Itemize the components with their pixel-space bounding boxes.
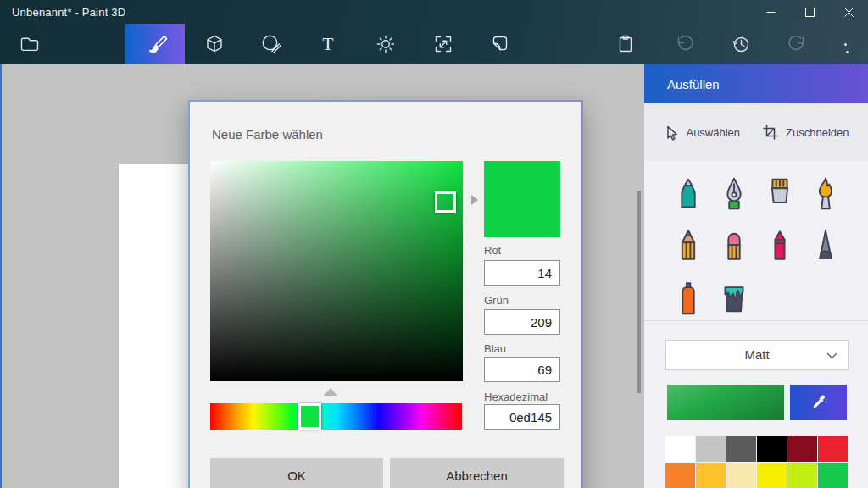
calligraphy-pen-icon: [715, 175, 754, 214]
fill-bucket-icon: [715, 280, 754, 319]
hue-slider[interactable]: [210, 403, 462, 430]
palette-swatch[interactable]: [757, 436, 787, 462]
hex-label: Hexadezimal: [484, 391, 548, 403]
undo-icon: [672, 33, 694, 55]
palette-swatch[interactable]: [696, 463, 726, 488]
green-label: Grün: [484, 294, 509, 307]
crop-label: Zuschneiden: [786, 126, 849, 139]
window-accent-border: [0, 64, 2, 488]
sb-picker-marker[interactable]: [435, 191, 456, 213]
titlebar: Unbenannt* - Paint 3D: [0, 0, 868, 24]
tool-spray-can[interactable]: [665, 273, 711, 325]
current-color-swatch[interactable]: [667, 385, 784, 420]
panel-title: Ausfüllen: [667, 77, 720, 92]
tool-pixel-pen[interactable]: [803, 220, 849, 273]
ok-button[interactable]: OK: [210, 458, 383, 488]
shapes-pencil-icon: [260, 33, 282, 55]
paste-button[interactable]: [607, 24, 644, 64]
redo-icon: [787, 33, 809, 55]
eyedropper-icon: [810, 393, 828, 412]
select-button[interactable]: Auswählen: [663, 125, 740, 141]
canvas-button[interactable]: [425, 24, 462, 64]
sticker-icon: [489, 33, 511, 55]
3d-cube-icon: [203, 33, 225, 55]
more-button[interactable]: [826, 24, 864, 64]
window-title: Unbenannt* - Paint 3D: [12, 6, 125, 19]
undo-button[interactable]: [665, 24, 702, 64]
pixel-pen-icon: [806, 227, 845, 266]
brush-tool-button[interactable]: [125, 24, 185, 64]
vertical-scrollbar[interactable]: [637, 191, 641, 393]
window-controls: [751, 0, 868, 24]
text-tool-button[interactable]: T: [309, 24, 347, 64]
red-input[interactable]: [484, 260, 560, 286]
hue-slider-marker[interactable]: [298, 403, 321, 430]
sun-icon: [375, 33, 397, 55]
palette-swatch[interactable]: [757, 463, 787, 488]
2d-shapes-button[interactable]: [253, 24, 290, 64]
spray-can-icon: [669, 280, 708, 319]
current-color-row: [644, 385, 868, 420]
minimize-icon: [766, 8, 776, 17]
redo-button[interactable]: [779, 24, 816, 64]
tool-flat-brush[interactable]: [757, 168, 803, 220]
folder-icon: [19, 33, 41, 55]
palette-swatch[interactable]: [726, 463, 756, 488]
history-button[interactable]: [722, 24, 760, 64]
select-cursor-icon: [663, 125, 679, 141]
3d-shapes-button[interactable]: [196, 24, 233, 64]
finish-dropdown[interactable]: Matt: [665, 340, 849, 370]
panel-actions: Auswählen Zuschneiden: [644, 103, 868, 161]
panel-header: Ausfüllen: [644, 64, 868, 103]
palette-swatch[interactable]: [818, 463, 848, 488]
maximize-button[interactable]: [790, 0, 829, 24]
blue-input[interactable]: [484, 357, 560, 382]
paint3d-window: Unbenannt* - Paint 3D: [0, 0, 868, 488]
tool-crayon[interactable]: [757, 220, 803, 273]
tool-marker[interactable]: [665, 168, 711, 220]
pencil-icon: [669, 227, 708, 266]
crop-button[interactable]: Zuschneiden: [762, 124, 849, 141]
palette-swatch[interactable]: [665, 436, 695, 462]
green-input[interactable]: [484, 309, 560, 335]
palette-swatch[interactable]: [696, 436, 726, 462]
workspace: Ausfüllen Auswählen Zuschneiden: [0, 64, 868, 488]
stickers-button[interactable]: [481, 24, 519, 64]
saturation-brightness-picker[interactable]: [210, 161, 463, 381]
color-palette: [665, 436, 848, 488]
marker-icon: [669, 175, 708, 214]
blue-label: Blau: [484, 342, 506, 355]
palette-swatch[interactable]: [665, 463, 695, 488]
side-panel: Ausfüllen Auswählen Zuschneiden: [644, 64, 868, 488]
close-button[interactable]: [829, 0, 868, 24]
dialog-buttons: OK Abbrechen: [210, 458, 564, 488]
palette-swatch[interactable]: [726, 436, 756, 462]
red-label: Rot: [484, 244, 501, 257]
new-color-preview: [484, 161, 560, 237]
effects-button[interactable]: [367, 24, 404, 64]
flat-brush-icon: [760, 175, 799, 214]
palette-swatch[interactable]: [787, 463, 817, 488]
top-toolbar: T: [0, 24, 868, 64]
eyedropper-button[interactable]: [790, 385, 847, 420]
finish-value: Matt: [666, 341, 848, 369]
crop-icon: [762, 124, 779, 141]
close-icon: [844, 8, 854, 17]
palette-swatch[interactable]: [818, 436, 848, 462]
minimize-button[interactable]: [751, 0, 790, 24]
tool-pencil[interactable]: [665, 220, 711, 273]
tool-oil-brush[interactable]: [803, 168, 849, 220]
hex-input[interactable]: [484, 404, 560, 430]
tool-eraser[interactable]: [711, 220, 757, 273]
tool-calligraphy-pen[interactable]: [711, 168, 757, 220]
maximize-icon: [805, 8, 815, 17]
collapse-arrow-icon: [324, 388, 337, 396]
menu-button[interactable]: [11, 24, 48, 64]
cancel-button[interactable]: Abbrechen: [390, 458, 564, 488]
palette-swatch[interactable]: [787, 436, 817, 462]
tool-fill-bucket[interactable]: [711, 273, 757, 325]
chevron-down-icon: [826, 352, 837, 359]
window-chrome: Unbenannt* - Paint 3D: [0, 0, 868, 64]
canvas-resize-icon: [432, 33, 454, 55]
dialog-title: Neue Farbe wählen: [212, 127, 323, 141]
